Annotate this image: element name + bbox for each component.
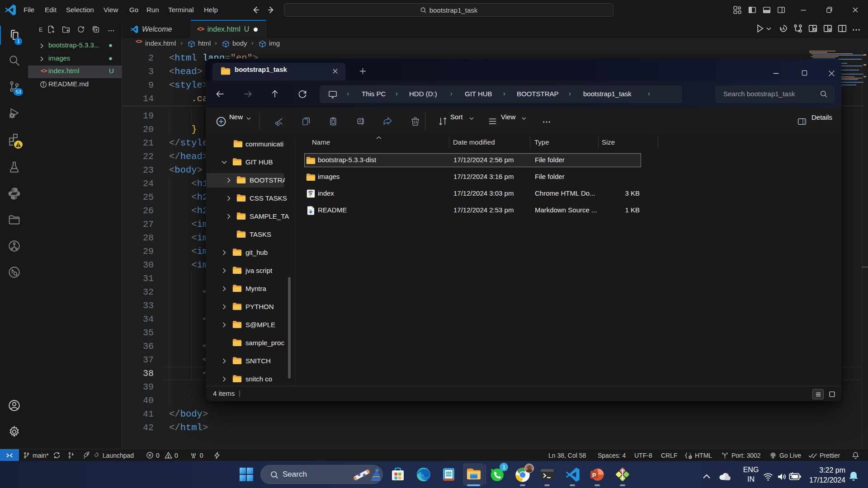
svg-text:P: P [592, 472, 596, 479]
svg-text:A: A [359, 119, 362, 123]
